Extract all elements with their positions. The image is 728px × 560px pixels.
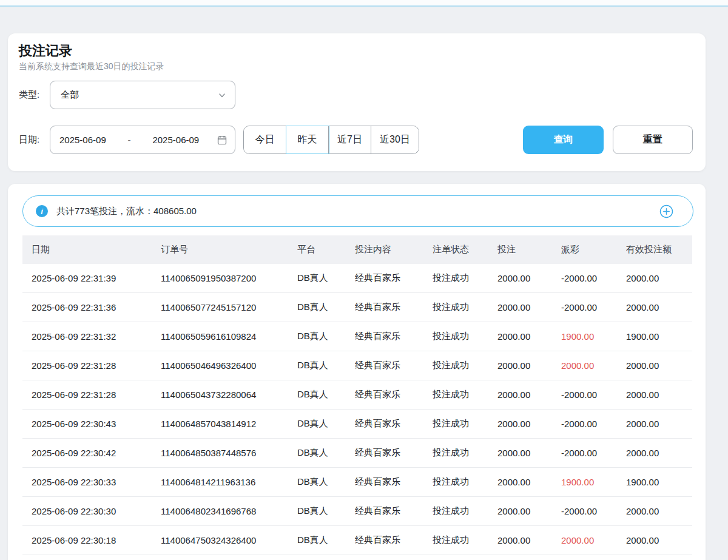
circle-plus-icon[interactable]	[659, 204, 673, 218]
table-row: 2025-06-09 22:31:281140065046496326400DB…	[22, 351, 692, 380]
column-header: 注单状态	[433, 244, 497, 255]
cell-platform: DB真人	[297, 389, 355, 400]
cell-platform: DB真人	[297, 505, 355, 517]
cell-bet: 2000.00	[497, 360, 561, 371]
cell-content: 经典百家乐	[355, 360, 433, 371]
cell-status: 投注成功	[433, 535, 497, 546]
cell-bet: 2000.00	[497, 506, 561, 516]
cell-bet: 2000.00	[497, 477, 561, 487]
cell-date: 2025-06-09 22:31:36	[32, 302, 161, 312]
date-range-input[interactable]: 2025-06-09 - 2025-06-09	[50, 126, 235, 154]
cell-valid: 2000.00	[626, 419, 692, 429]
cell-platform: DB真人	[297, 418, 355, 430]
column-header: 投注	[497, 244, 561, 255]
cell-valid: 1900.00	[626, 331, 692, 342]
cell-platform: DB真人	[297, 535, 355, 546]
quick-range-button[interactable]: 近30日	[371, 126, 419, 153]
cell-bet: 2000.00	[497, 419, 561, 429]
cell-order: 1140064850387448576	[161, 448, 297, 458]
cell-order: 1140065077245157120	[161, 302, 297, 312]
table-header: 日期订单号平台投注内容注单状态投注派彩有效投注额	[22, 235, 692, 264]
column-header: 平台	[297, 244, 355, 255]
cell-bet: 2000.00	[497, 448, 561, 458]
cell-status: 投注成功	[433, 389, 497, 400]
filter-card: 投注记录 当前系统支持查询最近30日的投注记录 类型: 全部 日期: 2025-…	[8, 33, 706, 171]
column-header: 投注内容	[355, 244, 433, 255]
column-header: 派彩	[561, 244, 626, 255]
cell-date: 2025-06-09 22:30:30	[32, 506, 161, 516]
date-label: 日期:	[19, 134, 50, 146]
type-select[interactable]: 全部	[50, 81, 235, 109]
calendar-icon[interactable]	[217, 135, 227, 145]
cell-order: 1140065091950387200	[161, 273, 297, 283]
cell-date: 2025-06-09 22:31:32	[32, 331, 161, 342]
cell-status: 投注成功	[433, 505, 497, 517]
date-start-value: 2025-06-09	[59, 135, 106, 145]
cell-date: 2025-06-09 22:31:28	[32, 390, 161, 400]
quick-range-button[interactable]: 近7日	[329, 126, 371, 153]
query-button[interactable]: 查询	[523, 126, 604, 154]
cell-payout: -2000.00	[561, 419, 626, 429]
cell-content: 经典百家乐	[355, 418, 433, 430]
cell-valid: 1900.00	[626, 477, 692, 487]
cell-status: 投注成功	[433, 272, 497, 284]
cell-content: 经典百家乐	[355, 505, 433, 517]
table-body: 2025-06-09 22:31:391140065091950387200DB…	[22, 264, 692, 555]
cell-payout: -2000.00	[561, 390, 626, 400]
quick-range-button[interactable]: 今日	[244, 126, 286, 153]
cell-bet: 2000.00	[497, 302, 561, 312]
type-field-row: 类型: 全部	[19, 81, 235, 109]
page-title: 投注记录	[19, 42, 72, 60]
cell-content: 经典百家乐	[355, 389, 433, 400]
cell-bet: 2000.00	[497, 273, 561, 283]
cell-status: 投注成功	[433, 418, 497, 430]
column-header: 订单号	[161, 244, 297, 255]
cell-valid: 2000.00	[626, 273, 692, 283]
cell-content: 经典百家乐	[355, 272, 433, 284]
cell-payout: 2000.00	[561, 360, 626, 371]
table-row: 2025-06-09 22:30:181140064750324326400DB…	[22, 526, 692, 555]
cell-order: 1140065046496326400	[161, 360, 297, 371]
cell-status: 投注成功	[433, 476, 497, 488]
quick-range-button[interactable]: 昨天	[286, 126, 329, 153]
cell-status: 投注成功	[433, 302, 497, 313]
cell-date: 2025-06-09 22:31:28	[32, 360, 161, 371]
table-row: 2025-06-09 22:30:431140064857043814912DB…	[22, 410, 692, 439]
cell-valid: 2000.00	[626, 535, 692, 545]
table-row: 2025-06-09 22:31:281140065043732280064DB…	[22, 380, 692, 410]
results-card: i 共计773笔投注，流水：408605.00 日期订单号平台投注内容注单状态投…	[8, 184, 706, 560]
cell-content: 经典百家乐	[355, 302, 433, 313]
table-row: 2025-06-09 22:31:391140065091950387200DB…	[22, 264, 692, 293]
cell-order: 1140064857043814912	[161, 419, 297, 429]
table-row: 2025-06-09 22:30:301140064802341696768DB…	[22, 497, 692, 526]
cell-payout: -2000.00	[561, 273, 626, 283]
reset-button[interactable]: 重置	[613, 126, 693, 154]
table-row: 2025-06-09 22:31:321140065059616109824DB…	[22, 322, 692, 351]
column-header: 有效投注额	[626, 244, 692, 255]
cell-valid: 2000.00	[626, 506, 692, 516]
cell-order: 1140064802341696768	[161, 506, 297, 516]
column-header: 日期	[32, 244, 161, 255]
info-icon: i	[36, 205, 48, 217]
cell-status: 投注成功	[433, 447, 497, 459]
cell-bet: 2000.00	[497, 535, 561, 545]
cell-date: 2025-06-09 22:31:39	[32, 273, 161, 283]
cell-order: 1140065043732280064	[161, 390, 297, 400]
cell-payout: 1900.00	[561, 477, 626, 487]
cell-content: 经典百家乐	[355, 476, 433, 488]
cell-content: 经典百家乐	[355, 331, 433, 342]
page-subtitle: 当前系统支持查询最近30日的投注记录	[19, 61, 164, 72]
top-bar	[0, 0, 728, 7]
quick-date-range-group: 今日昨天近7日近30日	[243, 126, 419, 154]
cell-bet: 2000.00	[497, 331, 561, 342]
cell-platform: DB真人	[297, 272, 355, 284]
cell-order: 1140065059616109824	[161, 331, 297, 342]
cell-platform: DB真人	[297, 476, 355, 488]
date-separator: -	[124, 135, 135, 145]
cell-payout: 1900.00	[561, 331, 626, 342]
summary-text: 共计773笔投注，流水：408605.00	[56, 206, 197, 217]
cell-date: 2025-06-09 22:30:43	[32, 419, 161, 429]
cell-bet: 2000.00	[497, 390, 561, 400]
cell-platform: DB真人	[297, 360, 355, 371]
type-label: 类型:	[19, 89, 50, 101]
